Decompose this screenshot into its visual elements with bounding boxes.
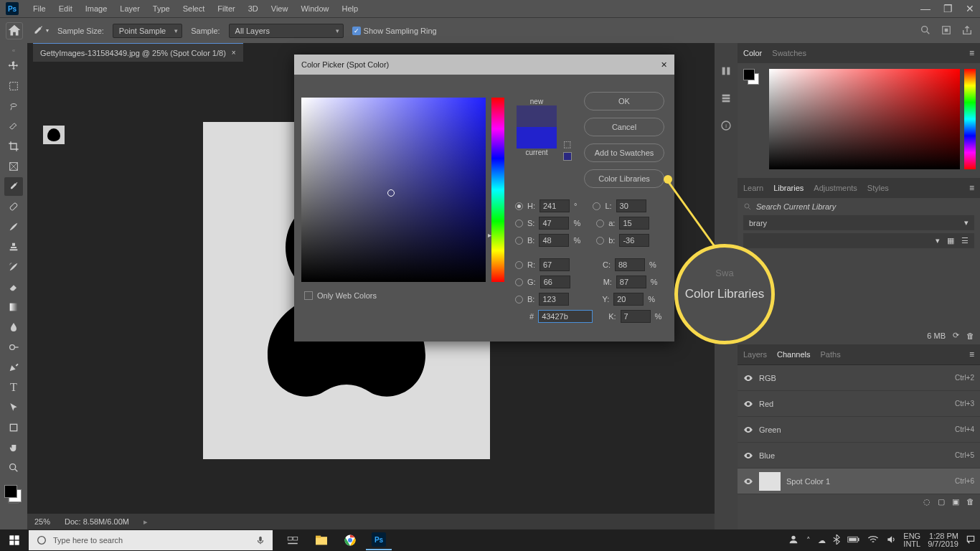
type-tool[interactable]: T [4, 378, 23, 397]
cancel-button[interactable]: Cancel [584, 118, 664, 136]
chrome-icon[interactable] [337, 530, 363, 550]
foreground-background-swatch[interactable] [4, 485, 22, 502]
info-icon[interactable]: i [720, 119, 732, 132]
eye-icon[interactable] [743, 399, 753, 409]
menu-window[interactable]: Window [295, 2, 334, 15]
menu-help[interactable]: Help [336, 2, 364, 15]
s-radio[interactable] [515, 220, 523, 227]
dodge-tool[interactable] [4, 338, 23, 357]
l-radio[interactable] [593, 202, 600, 210]
g-radio[interactable] [515, 278, 523, 286]
menu-view[interactable]: View [265, 2, 294, 15]
quick-select-tool[interactable] [4, 117, 23, 136]
lasso-tool[interactable] [4, 97, 23, 116]
onedrive-icon[interactable]: ☁ [818, 536, 826, 545]
volume-icon[interactable] [886, 534, 896, 546]
y-input[interactable]: 20 [613, 293, 644, 306]
menu-select[interactable]: Select [177, 2, 211, 15]
blur-tool[interactable] [4, 318, 23, 336]
ok-button[interactable]: OK [584, 92, 664, 110]
frame-tool[interactable] [4, 157, 23, 176]
channel-row-green[interactable]: GreenCtrl+4 [738, 417, 980, 443]
document-tab[interactable]: GettyImages-131584349.jpg @ 25% (Spot Co… [33, 43, 243, 62]
zoom-level[interactable]: 25% [34, 517, 50, 526]
r-input[interactable]: 67 [540, 258, 570, 271]
bb-radio[interactable] [515, 296, 523, 303]
tab-styles[interactable]: Styles [867, 184, 889, 192]
h-radio[interactable] [515, 202, 523, 210]
wifi-icon[interactable] [867, 535, 879, 545]
h-input[interactable]: 241 [540, 199, 570, 212]
task-view-icon[interactable] [280, 530, 306, 550]
b-radio[interactable] [596, 237, 604, 245]
clock[interactable]: 1:28 PM9/7/2019 [928, 532, 958, 548]
bb-input[interactable]: 123 [539, 293, 569, 306]
menu-filter[interactable]: Filter [212, 2, 240, 15]
cloud-icon[interactable]: ⟳ [953, 331, 959, 340]
menu-edit[interactable]: Edit [53, 2, 78, 15]
tab-channels[interactable]: Channels [777, 350, 810, 359]
bv-radio[interactable] [515, 237, 523, 245]
add-swatches-button[interactable]: Add to Swatches [584, 143, 664, 162]
m-input[interactable]: 87 [616, 276, 646, 288]
library-dropdown[interactable]: brary▾ [743, 215, 974, 230]
c-input[interactable]: 88 [615, 258, 645, 271]
dock-icon-1[interactable] [720, 65, 732, 77]
marquee-tool[interactable] [4, 77, 23, 95]
panel-menu-icon[interactable]: ≡ [969, 183, 974, 193]
tray-chevron-icon[interactable]: ˄ [806, 536, 811, 545]
a-radio[interactable] [596, 220, 604, 227]
tab-layers[interactable]: Layers [743, 350, 767, 359]
panel-menu-icon[interactable]: ≡ [969, 349, 974, 359]
language-indicator[interactable]: ENGINTL [903, 532, 920, 548]
tab-swatches[interactable]: Swatches [772, 49, 806, 57]
share-icon[interactable] [961, 24, 973, 37]
k-input[interactable]: 7 [621, 310, 651, 323]
sample-size-dropdown[interactable]: Point Sample [113, 24, 182, 38]
hue-strip[interactable] [964, 69, 976, 169]
battery-icon[interactable] [847, 536, 860, 545]
color-spectrum[interactable] [769, 69, 960, 169]
save-selection-icon[interactable]: ▢ [938, 497, 945, 507]
healing-tool[interactable] [4, 197, 23, 216]
color-swatch[interactable] [743, 69, 760, 86]
collapse-icon[interactable]: « [11, 47, 17, 54]
eraser-tool[interactable] [4, 278, 23, 296]
a-input[interactable]: 15 [619, 217, 649, 230]
sample-dropdown[interactable]: All Layers [229, 24, 344, 38]
explorer-icon[interactable] [308, 530, 334, 550]
color-libraries-button[interactable]: Color Libraries [584, 169, 664, 188]
current-color-swatch[interactable] [517, 127, 557, 149]
load-selection-icon[interactable]: ◌ [923, 497, 930, 507]
tab-color[interactable]: Color [743, 49, 762, 57]
tab-libraries[interactable]: Libraries [773, 184, 804, 192]
g-input[interactable]: 66 [540, 276, 570, 288]
hue-slider[interactable] [491, 98, 504, 282]
menu-layer[interactable]: Layer [114, 2, 146, 15]
channel-row-red[interactable]: RedCtrl+3 [738, 391, 980, 417]
dock-icon-2[interactable] [720, 92, 732, 105]
tab-paths[interactable]: Paths [821, 350, 841, 359]
channel-row-rgb[interactable]: RGBCtrl+2 [738, 365, 980, 391]
start-button[interactable] [0, 534, 29, 546]
search-icon[interactable] [920, 24, 931, 37]
trash-icon[interactable]: 🗑 [966, 331, 974, 340]
new-channel-icon[interactable]: ▣ [952, 497, 959, 507]
bv-input[interactable]: 48 [539, 234, 569, 247]
bluetooth-icon[interactable] [833, 534, 840, 546]
list-view-icon[interactable]: ☰ [961, 236, 969, 245]
notifications-icon[interactable] [966, 534, 976, 546]
close-tab-icon[interactable]: × [232, 49, 236, 57]
eye-icon[interactable] [743, 425, 753, 435]
path-select-tool[interactable] [4, 398, 23, 417]
status-caret-icon[interactable]: ▸ [143, 517, 148, 527]
s-input[interactable]: 47 [539, 217, 569, 230]
minimize-button[interactable]: — [920, 3, 930, 14]
zoom-tool[interactable] [4, 458, 23, 477]
eyedropper-tool[interactable] [4, 177, 23, 196]
crop-tool[interactable] [4, 137, 23, 156]
sv-picker[interactable] [301, 98, 486, 282]
web-colors-checkbox[interactable] [304, 291, 313, 300]
dialog-close-icon[interactable]: ✕ [661, 60, 667, 70]
gradient-tool[interactable] [4, 298, 23, 316]
